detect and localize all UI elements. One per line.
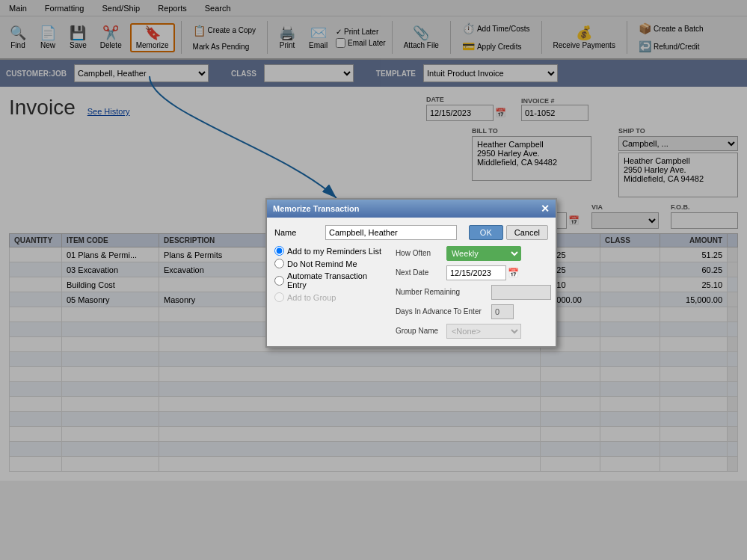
how-often-label: How Often — [396, 249, 440, 257]
next-date-input-wrap: 📅 — [446, 265, 519, 280]
how-often-select[interactable]: Weekly — [446, 246, 521, 261]
radio-add-reminders-input[interactable] — [274, 246, 284, 256]
dialog-body: Name OK Cancel Add to my Reminders List — [267, 218, 556, 346]
days-advance-row: Days In Advance To Enter — [396, 304, 548, 319]
dialog-cancel-button[interactable]: Cancel — [506, 225, 548, 240]
how-often-row: How Often Weekly — [396, 246, 548, 261]
dialog-titlebar: Memorize Transaction ✕ — [267, 200, 556, 218]
group-name-label: Group Name — [396, 327, 440, 335]
num-remaining-row: Number Remaining — [396, 285, 548, 300]
group-name-select[interactable]: <None> — [446, 324, 521, 339]
dialog-name-label: Name — [274, 228, 319, 237]
radio-add-reminders[interactable]: Add to my Reminders List — [274, 246, 387, 256]
num-remaining-label: Number Remaining — [396, 288, 485, 296]
num-remaining-input[interactable] — [491, 285, 551, 300]
dialog-name-row: Name OK Cancel — [274, 225, 548, 240]
group-name-row: Group Name <None> — [396, 324, 548, 339]
next-date-input[interactable] — [446, 265, 506, 280]
dialog-main-content: Add to my Reminders List Do Not Remind M… — [274, 246, 548, 339]
radio-automate-input[interactable] — [274, 276, 284, 286]
radio-add-group[interactable]: Add to Group — [274, 292, 387, 302]
dialog-close-button[interactable]: ✕ — [541, 203, 550, 215]
dialog-fields-right: How Often Weekly Next Date 📅 Number — [396, 246, 548, 339]
radio-add-group-input[interactable] — [274, 292, 284, 302]
dialog-radio-group: Add to my Reminders List Do Not Remind M… — [274, 246, 387, 334]
dialog-overlay: Memorize Transaction ✕ Name OK Cancel — [0, 0, 747, 560]
next-date-label: Next Date — [396, 268, 440, 277]
radio-do-not-remind[interactable]: Do Not Remind Me — [274, 259, 387, 268]
radio-automate[interactable]: Automate Transaction Entry — [274, 271, 387, 289]
dialog-title: Memorize Transaction — [273, 204, 360, 213]
days-advance-input[interactable] — [491, 304, 514, 319]
next-date-calendar-icon[interactable]: 📅 — [508, 268, 519, 278]
memorize-transaction-dialog: Memorize Transaction ✕ Name OK Cancel — [265, 198, 557, 348]
days-advance-label: Days In Advance To Enter — [396, 307, 485, 316]
radio-do-not-remind-input[interactable] — [274, 259, 284, 268]
dialog-name-input[interactable] — [325, 225, 457, 240]
dialog-ok-button[interactable]: OK — [469, 225, 503, 240]
next-date-row: Next Date 📅 — [396, 265, 548, 280]
